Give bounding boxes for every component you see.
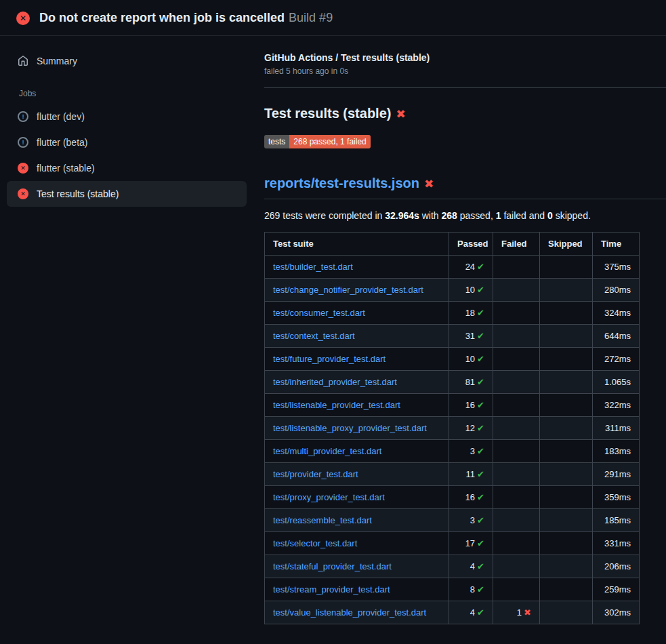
failed-cell	[493, 440, 540, 463]
time-cell: 272ms	[593, 348, 640, 371]
sidebar-job-item[interactable]: ✕ Test results (stable)	[7, 181, 247, 207]
check-icon: ✔	[477, 446, 484, 456]
results-table: Test suite Passed Failed Skipped Time te…	[264, 232, 640, 624]
table-row: test/listenable_provider_test.dart 16✔ 3…	[265, 394, 640, 417]
skipped-cell	[540, 578, 593, 601]
sidebar: Summary Jobs ! flutter (dev) ! flutter (…	[0, 36, 255, 207]
check-icon: ✔	[477, 354, 484, 364]
check-icon: ✔	[477, 400, 484, 410]
table-row: test/consumer_test.dart 18✔ 324ms	[265, 302, 640, 325]
skipped-cell	[540, 486, 593, 509]
skipped-cell	[540, 256, 593, 279]
suite-link[interactable]: test/value_listenable_provider_test.dart	[273, 607, 426, 618]
summary-duration: 32.964s	[385, 210, 419, 221]
badge-value: 268 passed, 1 failed	[289, 135, 370, 148]
section-title-text: Test results (stable)	[264, 106, 391, 121]
build-header: ✕ Do not create report when job is cance…	[0, 0, 666, 36]
skipped-cell	[540, 532, 593, 555]
suite-link[interactable]: test/proxy_provider_test.dart	[273, 492, 385, 502]
sidebar-job-item[interactable]: ! flutter (beta)	[7, 129, 247, 155]
passed-cell: 8✔	[449, 578, 493, 601]
time-cell: 331ms	[593, 532, 640, 555]
failed-cell	[493, 348, 540, 371]
failed-cell	[493, 417, 540, 440]
col-header-time: Time	[593, 233, 640, 256]
time-cell: 359ms	[593, 486, 640, 509]
check-icon: ✔	[477, 423, 484, 433]
suite-link[interactable]: test/builder_test.dart	[273, 262, 353, 272]
suite-link[interactable]: test/selector_test.dart	[273, 538, 357, 548]
failed-cell	[493, 371, 540, 394]
failed-cell	[493, 463, 540, 486]
suite-link[interactable]: test/reassemble_test.dart	[273, 515, 372, 525]
time-cell: 1.065s	[593, 371, 640, 394]
main-content: GitHub Actions / Test results (stable) f…	[255, 36, 666, 624]
build-number: Build #9	[289, 11, 333, 24]
suite-link[interactable]: test/provider_test.dart	[273, 469, 358, 479]
skipped-cell	[540, 509, 593, 532]
passed-cell: 31✔	[449, 325, 493, 348]
job-label: flutter (beta)	[37, 137, 87, 148]
x-circle-fill-icon: ✕	[16, 12, 30, 25]
col-header-suite: Test suite	[265, 233, 449, 256]
check-icon: ✔	[477, 469, 484, 479]
summary-passed-count: 268	[442, 210, 457, 221]
summary-text: 269 tests were completed in	[264, 210, 385, 221]
failed-cell: 1✖	[493, 601, 540, 624]
report-heading: reports/test-results.json✖	[264, 176, 666, 199]
suite-link[interactable]: test/context_test.dart	[273, 331, 355, 341]
suite-link[interactable]: test/stateful_provider_test.dart	[273, 561, 392, 571]
table-row: test/context_test.dart 31✔ 644ms	[265, 325, 640, 348]
suite-link[interactable]: test/listenable_provider_test.dart	[273, 400, 400, 410]
passed-cell: 24✔	[449, 256, 493, 279]
time-cell: 644ms	[593, 325, 640, 348]
summary-skipped-count: 0	[547, 210, 553, 221]
check-icon: ✔	[477, 285, 484, 295]
suite-link[interactable]: test/inherited_provider_test.dart	[273, 377, 397, 387]
table-row: test/future_provider_test.dart 10✔ 272ms	[265, 348, 640, 371]
check-icon: ✔	[477, 308, 484, 318]
suite-link[interactable]: test/change_notifier_provider_test.dart	[273, 285, 423, 295]
jobs-list: ! flutter (dev) ! flutter (beta) ✕ flutt…	[7, 104, 247, 207]
section-title: Test results (stable)✖	[264, 106, 666, 121]
sidebar-item-summary[interactable]: Summary	[7, 48, 247, 74]
failed-cell	[493, 256, 540, 279]
skipped-cell	[540, 371, 593, 394]
x-icon: ✖	[524, 607, 531, 618]
skipped-cell	[540, 394, 593, 417]
sidebar-job-item[interactable]: ! flutter (dev)	[7, 104, 247, 129]
check-icon: ✔	[477, 331, 484, 341]
suite-link[interactable]: test/multi_provider_test.dart	[273, 446, 381, 456]
suite-link[interactable]: test/future_provider_test.dart	[273, 354, 386, 364]
suite-link[interactable]: test/consumer_test.dart	[273, 308, 365, 318]
suite-link[interactable]: test/listenable_proxy_provider_test.dart	[273, 423, 427, 433]
summary-text: skipped.	[553, 210, 591, 221]
check-icon: ✔	[477, 607, 484, 618]
sidebar-summary-label: Summary	[37, 56, 77, 66]
sidebar-job-item[interactable]: ✕ flutter (stable)	[7, 155, 247, 181]
time-cell: 302ms	[593, 601, 640, 624]
skipped-cell	[540, 440, 593, 463]
breadcrumb: GitHub Actions / Test results (stable)	[264, 52, 666, 63]
job-label: Test results (stable)	[37, 188, 119, 199]
table-row: test/stream_provider_test.dart 8✔ 259ms	[265, 578, 640, 601]
failed-cell	[493, 578, 540, 601]
failed-cell	[493, 279, 540, 302]
summary-line: 269 tests were completed in 32.964s with…	[264, 210, 666, 221]
passed-cell: 18✔	[449, 302, 493, 325]
skipped-cell	[540, 463, 593, 486]
suite-link[interactable]: test/stream_provider_test.dart	[273, 584, 390, 595]
time-cell: 324ms	[593, 302, 640, 325]
time-cell: 183ms	[593, 440, 640, 463]
table-row: test/selector_test.dart 17✔ 331ms	[265, 532, 640, 555]
table-row: test/listenable_proxy_provider_test.dart…	[265, 417, 640, 440]
report-link[interactable]: reports/test-results.json	[264, 176, 419, 190]
run-meta: failed 5 hours ago in 0s	[264, 66, 666, 76]
divider	[264, 87, 666, 88]
skipped-cell	[540, 279, 593, 302]
failed-cell	[493, 509, 540, 532]
time-cell: 291ms	[593, 463, 640, 486]
time-cell: 375ms	[593, 256, 640, 279]
failed-cell	[493, 302, 540, 325]
failed-cell	[493, 532, 540, 555]
